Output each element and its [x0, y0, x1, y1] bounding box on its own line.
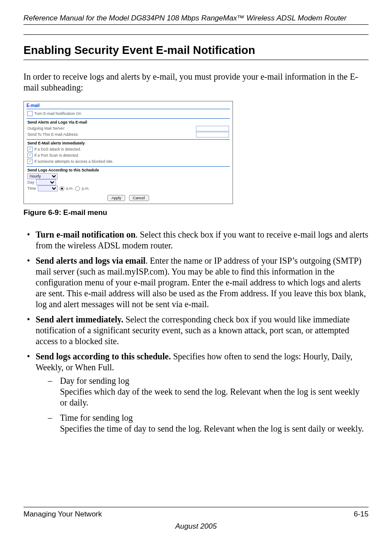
footer-rule — [23, 507, 369, 507]
portscan-label: If a Port Scan is detected. — [34, 152, 79, 158]
outgoing-mail-input[interactable] — [196, 126, 229, 131]
section-rule-top — [23, 34, 369, 35]
bullet-item: Send logs according to this schedule. Sp… — [23, 351, 369, 434]
sub-rest: Specifies the time of day to send the lo… — [60, 424, 364, 433]
portscan-checkbox[interactable]: ✓ — [27, 153, 33, 158]
bullet-bold: Send alerts and logs via email — [36, 256, 146, 265]
am-label: a.m. — [66, 185, 74, 191]
figure-caption: Figure 6-9: E-mail menu — [23, 208, 369, 217]
turn-notification-checkbox[interactable] — [27, 111, 33, 116]
email-settings-screenshot: E-mail Turn E-mail Notification On Send … — [23, 101, 233, 204]
sub-bullet-item: – Day for sending log Specifies which da… — [36, 375, 369, 408]
dos-checkbox[interactable]: ✓ — [27, 147, 33, 152]
blocked-checkbox[interactable]: ✓ — [27, 159, 33, 164]
bullet-item: Send alerts and logs via email. Enter th… — [23, 255, 369, 310]
immediate-title: Send E-Mail alerts immediately — [27, 141, 229, 145]
running-header: Reference Manual for the Model DG834PN 1… — [23, 14, 369, 23]
schedule-select[interactable]: Hourly — [27, 173, 58, 179]
sendto-input[interactable] — [196, 132, 229, 137]
dos-label: If a DoS attack is detected. — [34, 146, 81, 152]
am-radio[interactable] — [60, 186, 64, 191]
alerts-logs-title: Send Alerts and Logs Via E-mail — [27, 120, 229, 124]
day-select[interactable] — [36, 179, 56, 185]
outgoing-mail-label: Outgoing Mail Server: — [27, 125, 65, 131]
dash-icon: – — [48, 375, 52, 386]
sub-rest: Specifies which day of the week to send … — [60, 387, 359, 407]
apply-button[interactable]: Apply — [107, 195, 125, 201]
schedule-title: Send Logs According to this Schedule — [27, 168, 229, 172]
sub-bullet-list: – Day for sending log Specifies which da… — [36, 375, 369, 434]
sub-lead: Day for sending log — [60, 376, 129, 385]
pm-label: p.m. — [82, 185, 90, 191]
section-rule-bottom — [23, 60, 369, 60]
dash-icon: – — [48, 412, 52, 423]
day-label: Day — [27, 179, 34, 185]
page-footer: Managing Your Network 6-15 August 2005 — [23, 507, 369, 531]
bullet-item: Send alert immediately. Select the corre… — [23, 314, 369, 347]
bullet-bold: Send logs according to this schedule. — [36, 352, 171, 361]
blocked-label: If someone attempts to access a blocked … — [34, 158, 113, 164]
time-select[interactable] — [38, 185, 58, 191]
sendto-label: Send To This E-mail Address: — [27, 131, 79, 137]
sub-bullet-item: – Time for sending log Specifies the tim… — [36, 412, 369, 434]
sub-lead: Time for sending log — [60, 413, 133, 422]
bullet-list: Turn e-mail notification on. Select this… — [23, 229, 369, 434]
footer-date: August 2005 — [23, 522, 369, 531]
bullet-bold: Send alert immediately. — [36, 315, 123, 324]
time-label: Time — [27, 185, 36, 191]
bullet-item: Turn e-mail notification on. Select this… — [23, 229, 369, 251]
header-rule — [23, 24, 369, 25]
panel-title: E-mail — [24, 101, 233, 109]
bullet-bold: Turn e-mail notification on — [36, 230, 136, 239]
pm-radio[interactable] — [75, 186, 80, 191]
intro-paragraph: In order to receive logs and alerts by e… — [23, 71, 369, 93]
section-title: Enabling Security Event E-mail Notificat… — [23, 44, 369, 57]
footer-right-page-number: 6-15 — [354, 510, 369, 519]
footer-left: Managing Your Network — [23, 510, 102, 519]
cancel-button[interactable]: Cancel — [129, 195, 149, 201]
turn-notification-label: Turn E-mail Notification On — [34, 111, 81, 117]
